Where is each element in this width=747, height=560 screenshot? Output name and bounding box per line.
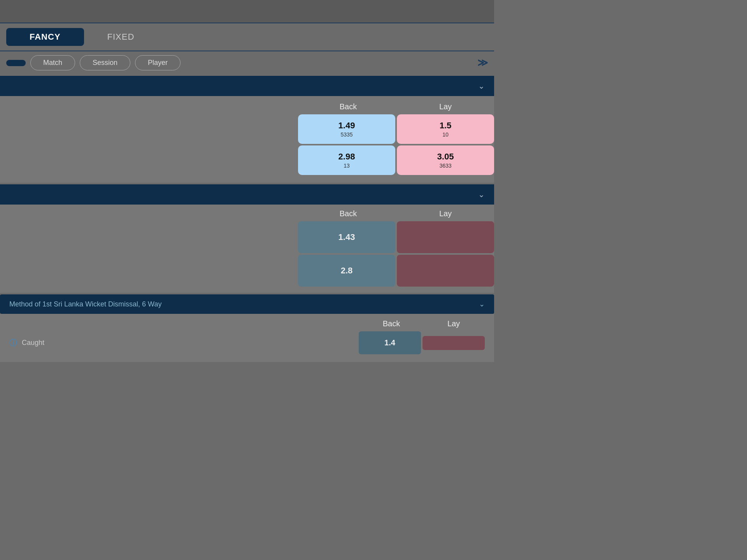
section1-row1-lay[interactable]: 1.5 10	[397, 114, 494, 144]
section2-row1-back[interactable]: 1.43	[298, 221, 395, 253]
section2-odds-headers: Back Lay	[0, 209, 494, 221]
section1-row1-lay-value: 1.5	[400, 121, 491, 131]
section1-odds-headers: Back Lay	[0, 102, 494, 114]
section1-row2-lay-value: 3.05	[400, 152, 491, 162]
section1-back-header: Back	[300, 102, 397, 111]
section2-row1-back-value: 1.43	[301, 232, 392, 242]
dismissal-body: Back Lay ⓘ Caught 1.4	[0, 314, 494, 362]
section2-lay-header: Lay	[397, 209, 494, 218]
section2-row2: 2.8	[0, 255, 494, 287]
section1-header[interactable]: ⌄	[0, 76, 494, 96]
section1-odds-container: Back Lay 1.49 5335 1.5 10 2.98 13 3.05 3…	[0, 96, 494, 183]
dismissal-back-header: Back	[360, 319, 423, 328]
top-bar	[0, 0, 494, 23]
section1-row2-lay[interactable]: 3.05 3633	[397, 145, 494, 175]
section1-collapse-icon[interactable]: ⌄	[478, 81, 485, 91]
section1-odds-row1: 1.49 5335 1.5 10	[0, 114, 494, 144]
dismissal-col-headers: Back Lay	[9, 319, 485, 328]
info-icon[interactable]: ⓘ	[9, 338, 17, 348]
section2-row2-lay[interactable]	[397, 255, 494, 287]
section2-row1-lay[interactable]	[397, 221, 494, 253]
tab-fancy[interactable]: FANCY	[6, 28, 84, 46]
section1-row2-back-value: 2.98	[301, 152, 392, 162]
filter-all-pill[interactable]	[6, 60, 26, 66]
section1-row1-back-sub: 5335	[301, 131, 392, 138]
section1-lay-header: Lay	[397, 102, 494, 111]
filter-match-pill[interactable]: Match	[30, 55, 75, 70]
filter-session-pill[interactable]: Session	[80, 55, 130, 70]
section2-header[interactable]: ⌄	[0, 184, 494, 205]
section2-row2-back[interactable]: 2.8	[298, 255, 395, 287]
section2-back-header: Back	[300, 209, 397, 218]
filter-player-pill[interactable]: Player	[135, 55, 181, 70]
dismissal-lay-header: Lay	[423, 319, 485, 328]
filter-chevron-icon[interactable]: ≫	[477, 57, 488, 69]
section2-collapse-icon[interactable]: ⌄	[478, 190, 485, 199]
dismissal-caught-label: Caught	[22, 339, 359, 347]
dismissal-title: Method of 1st Sri Lanka Wicket Dismissal…	[9, 300, 161, 308]
section1-row1-back[interactable]: 1.49 5335	[298, 114, 395, 144]
tab-row: FANCY FIXED	[0, 23, 494, 51]
tab-fixed[interactable]: FIXED	[84, 28, 158, 46]
section1-odds-row2: 2.98 13 3.05 3633	[0, 145, 494, 175]
section1-row2-back-sub: 13	[301, 163, 392, 169]
dismissal-caught-back-value: 1.4	[384, 338, 395, 347]
section1-row1-back-value: 1.49	[301, 121, 392, 131]
section1-row2-lay-sub: 3633	[400, 163, 491, 169]
section2-row1: 1.43	[0, 221, 494, 253]
dismissal-caught-lay[interactable]	[423, 336, 485, 350]
dismissal-collapse-icon[interactable]: ⌄	[479, 300, 485, 308]
filter-row: Match Session Player ≫	[0, 51, 494, 74]
dismissal-row-1: ⓘ Caught 1.4	[9, 331, 485, 354]
section2-row2-back-value: 2.8	[301, 266, 392, 276]
dismissal-header[interactable]: Method of 1st Sri Lanka Wicket Dismissal…	[0, 294, 494, 314]
dismissal-caught-back[interactable]: 1.4	[359, 331, 421, 354]
section1-row1-lay-sub: 10	[400, 131, 491, 138]
section1-row2-back[interactable]: 2.98 13	[298, 145, 395, 175]
section2-odds-container: Back Lay 1.43 2.8	[0, 205, 494, 293]
